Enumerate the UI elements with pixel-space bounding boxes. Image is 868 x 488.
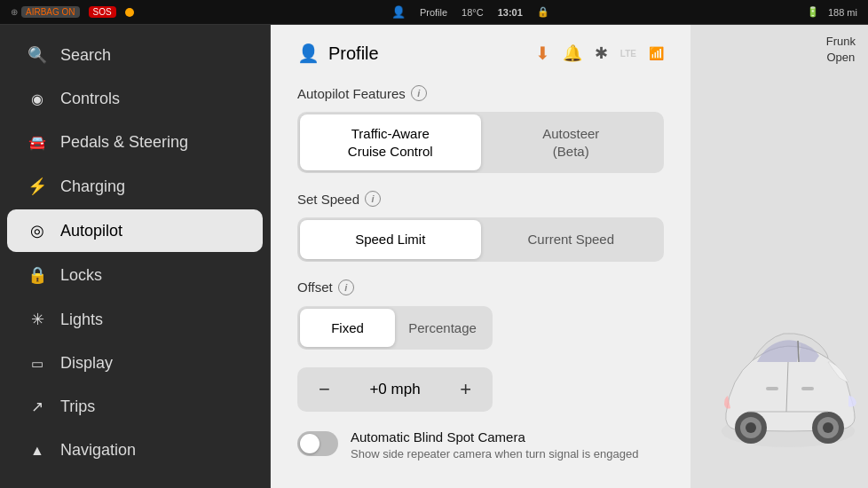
bluetooth-icon: ✱ [595,43,608,63]
pedals-icon: 🚘 [27,134,48,151]
sidebar-item-label: Safety [60,485,106,489]
content-header-title: 👤 Profile [297,43,379,64]
sidebar-item-label: Locks [60,266,102,285]
fixed-btn[interactable]: Fixed [300,309,395,348]
sidebar-item-label: Controls [60,90,120,108]
offset-info-icon[interactable]: i [338,279,354,295]
bell-icon: 🔔 [563,43,582,63]
sidebar-item-navigation[interactable]: ▲ Navigation [7,429,263,471]
svg-point-4 [746,422,756,433]
svg-rect-12 [801,387,814,390]
profile-icon-sm: 👤 [391,5,406,19]
content-header: 👤 Profile ⬇ 🔔 ✱ LTE 📶 [297,43,664,64]
sidebar-item-label: Charging [60,177,125,196]
autopilot-features-section: Autopilot Features i [297,85,664,101]
frunk-label: FrunkOpen [826,34,856,66]
offset-title: Offset [297,279,333,295]
status-time: 13:01 [498,7,523,18]
sidebar: 🔍 Search ◉ Controls 🚘 Pedals & Steering … [0,25,271,488]
blind-spot-info: Automatic Blind Spot Camera Show side re… [351,429,638,462]
blind-spot-title: Automatic Blind Spot Camera [351,429,638,445]
navigation-icon: ▲ [27,443,48,459]
sidebar-item-trips[interactable]: ↗ Trips [7,386,263,428]
signal-icon: 📶 [649,46,664,60]
blind-spot-toggle[interactable] [297,431,338,456]
charging-icon: ⚡ [27,177,48,196]
offset-value: +0 mph [343,381,447,398]
status-bar-center: 👤 Profile 18°C 13:01 🔒 [391,5,549,19]
autopilot-icon: ◎ [27,221,48,240]
sos-badge: SOS [89,6,116,18]
content-header-icons: ⬇ 🔔 ✱ LTE 📶 [535,43,664,64]
airbag-status: AIRBAG ON [21,6,80,18]
sidebar-item-search[interactable]: 🔍 Search [7,34,263,76]
offset-btn-group: Fixed Percentage [297,306,493,350]
sidebar-item-lights[interactable]: ✳ Lights [7,298,263,341]
lock-icon: 🔒 [27,265,48,285]
trips-icon: ↗ [27,397,48,416]
sidebar-item-label: Pedals & Steering [60,133,188,152]
status-temp: 18°C [462,7,484,18]
sidebar-item-safety[interactable]: ⊙ Safety [7,473,263,488]
autopilot-features-title: Autopilot Features [297,86,406,101]
blind-spot-row: Automatic Blind Spot Camera Show side re… [297,429,664,462]
lte-icon: LTE [620,49,636,59]
safety-icon: ⊙ [27,484,48,488]
offset-control: − +0 mph + [297,367,493,412]
download-icon: ⬇ [535,43,550,64]
display-icon: ▭ [27,356,48,372]
status-profile-label: Profile [420,7,447,18]
status-bar-left: ⊕ AIRBAG ON SOS [11,6,134,18]
sidebar-item-controls[interactable]: ◉ Controls [7,78,263,120]
airbag-icon: ⊕ [11,7,18,17]
content-area: 👤 Profile ⬇ 🔔 ✱ LTE 📶 Autopilot Features… [271,25,690,488]
autopilot-features-info-icon[interactable]: i [411,85,427,101]
sidebar-item-label: Display [60,354,113,373]
traffic-aware-btn[interactable]: Traffic-AwareCruise Control [300,114,481,170]
car-image [708,289,868,470]
sidebar-item-autopilot[interactable]: ◎ Autopilot [7,209,263,252]
status-bar-right: 🔋 188 mi [807,6,857,18]
sidebar-item-label: Lights [60,311,103,329]
set-speed-title: Set Speed [297,192,359,207]
sidebar-item-label: Search [60,46,111,65]
svg-line-1 [798,341,799,362]
speed-limit-btn[interactable]: Speed Limit [300,220,481,259]
sidebar-item-display[interactable]: ▭ Display [7,342,263,384]
blind-spot-description: Show side repeater camera when turn sign… [351,446,638,462]
battery-level: 188 mi [828,7,857,18]
sidebar-item-label: Navigation [60,441,136,460]
lights-icon: ✳ [27,310,48,329]
set-speed-section: Set Speed i [297,191,664,207]
set-speed-btn-group: Speed Limit Current Speed [297,217,664,262]
set-speed-info-icon[interactable]: i [365,191,381,207]
svg-point-7 [823,422,833,433]
autosteer-btn[interactable]: Autosteer(Beta) [481,114,662,170]
offset-section: Offset i [297,279,664,295]
autopilot-features-btn-group: Traffic-AwareCruise Control Autosteer(Be… [297,112,664,173]
sidebar-item-label: Trips [60,397,95,416]
sidebar-item-charging[interactable]: ⚡ Charging [7,165,263,208]
status-bar: ⊕ AIRBAG ON SOS 👤 Profile 18°C 13:01 🔒 🔋… [0,0,868,25]
car-panel: FrunkOpen [690,25,868,488]
current-speed-btn[interactable]: Current Speed [481,220,662,259]
sidebar-item-pedals[interactable]: 🚘 Pedals & Steering [7,122,263,163]
controls-icon: ◉ [27,91,48,107]
search-icon: 🔍 [27,45,48,65]
main-layout: 🔍 Search ◉ Controls 🚘 Pedals & Steering … [0,25,868,488]
battery-icon: 🔋 [807,6,819,18]
percentage-btn[interactable]: Percentage [395,309,490,348]
offset-increment-btn[interactable]: + [447,371,484,408]
lock-icon: 🔒 [537,6,549,18]
offset-decrement-btn[interactable]: − [306,371,343,408]
warning-indicator [125,8,134,17]
sidebar-item-locks[interactable]: 🔒 Locks [7,254,263,296]
svg-rect-11 [766,387,778,390]
profile-label: Profile [328,43,379,64]
sidebar-item-label: Autopilot [60,222,122,240]
profile-icon: 👤 [297,43,320,64]
